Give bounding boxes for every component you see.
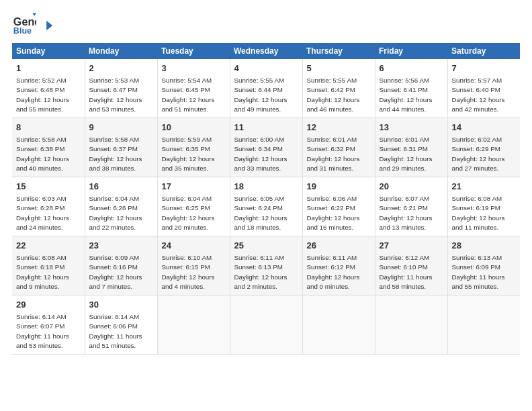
day-number: 15 bbox=[16, 181, 81, 193]
day-info: Sunrise: 5:54 AM Sunset: 6:45 PM Dayligh… bbox=[162, 76, 226, 114]
day-number: 6 bbox=[380, 62, 443, 75]
day-number: 4 bbox=[234, 62, 298, 75]
calendar-cell bbox=[157, 295, 230, 355]
day-info: Sunrise: 5:58 AM Sunset: 6:38 PM Dayligh… bbox=[16, 135, 81, 173]
day-info: Sunrise: 6:01 AM Sunset: 6:32 PM Dayligh… bbox=[307, 135, 371, 173]
day-info: Sunrise: 6:07 AM Sunset: 6:21 PM Dayligh… bbox=[380, 194, 443, 232]
calendar-cell: 17Sunrise: 6:04 AM Sunset: 6:25 PM Dayli… bbox=[157, 177, 230, 236]
calendar-cell bbox=[375, 295, 447, 355]
day-info: Sunrise: 5:56 AM Sunset: 6:41 PM Dayligh… bbox=[380, 76, 443, 114]
day-number: 16 bbox=[89, 181, 153, 193]
page-header: General Blue bbox=[12, 12, 520, 36]
day-info: Sunrise: 6:11 AM Sunset: 6:12 PM Dayligh… bbox=[307, 253, 371, 291]
day-number: 30 bbox=[89, 299, 153, 311]
day-number: 7 bbox=[452, 62, 517, 75]
col-header-sunday: Sunday bbox=[12, 43, 85, 59]
day-info: Sunrise: 6:12 AM Sunset: 6:10 PM Dayligh… bbox=[380, 253, 443, 291]
day-info: Sunrise: 6:09 AM Sunset: 6:16 PM Dayligh… bbox=[89, 253, 153, 291]
calendar-cell: 2Sunrise: 5:53 AM Sunset: 6:47 PM Daylig… bbox=[85, 59, 157, 118]
calendar-cell: 26Sunrise: 6:11 AM Sunset: 6:12 PM Dayli… bbox=[302, 236, 375, 295]
day-info: Sunrise: 6:04 AM Sunset: 6:26 PM Dayligh… bbox=[89, 194, 153, 232]
day-info: Sunrise: 6:14 AM Sunset: 6:07 PM Dayligh… bbox=[16, 312, 81, 351]
day-info: Sunrise: 5:58 AM Sunset: 6:37 PM Dayligh… bbox=[89, 135, 153, 173]
calendar-cell: 12Sunrise: 6:01 AM Sunset: 6:32 PM Dayli… bbox=[302, 118, 375, 177]
day-info: Sunrise: 6:06 AM Sunset: 6:22 PM Dayligh… bbox=[307, 194, 371, 232]
calendar-cell: 4Sunrise: 5:55 AM Sunset: 6:44 PM Daylig… bbox=[230, 59, 302, 118]
col-header-monday: Monday bbox=[85, 43, 157, 59]
day-number: 3 bbox=[162, 62, 226, 75]
calendar-cell: 28Sunrise: 6:13 AM Sunset: 6:09 PM Dayli… bbox=[447, 236, 520, 295]
day-info: Sunrise: 5:55 AM Sunset: 6:44 PM Dayligh… bbox=[234, 76, 298, 114]
day-number: 18 bbox=[234, 181, 298, 193]
day-info: Sunrise: 6:03 AM Sunset: 6:28 PM Dayligh… bbox=[16, 194, 81, 232]
day-number: 22 bbox=[16, 240, 81, 252]
calendar-cell: 1Sunrise: 5:52 AM Sunset: 6:48 PM Daylig… bbox=[12, 59, 85, 118]
day-number: 11 bbox=[234, 122, 298, 134]
day-number: 5 bbox=[307, 62, 371, 75]
day-number: 2 bbox=[89, 62, 153, 75]
calendar-cell bbox=[302, 295, 375, 355]
day-number: 26 bbox=[307, 240, 371, 252]
day-number: 27 bbox=[380, 240, 443, 252]
day-number: 28 bbox=[452, 240, 517, 252]
day-info: Sunrise: 6:14 AM Sunset: 6:06 PM Dayligh… bbox=[89, 312, 153, 351]
day-info: Sunrise: 5:59 AM Sunset: 6:35 PM Dayligh… bbox=[162, 135, 226, 173]
day-number: 14 bbox=[452, 122, 517, 134]
day-info: Sunrise: 6:13 AM Sunset: 6:09 PM Dayligh… bbox=[452, 253, 517, 291]
calendar-cell: 11Sunrise: 6:00 AM Sunset: 6:34 PM Dayli… bbox=[230, 118, 302, 177]
day-info: Sunrise: 6:05 AM Sunset: 6:24 PM Dayligh… bbox=[234, 194, 298, 232]
calendar-container: General Blue SundayMondayTuesdayWednesda… bbox=[0, 0, 532, 361]
calendar-cell: 5Sunrise: 5:55 AM Sunset: 6:42 PM Daylig… bbox=[302, 59, 375, 118]
day-number: 25 bbox=[234, 240, 298, 252]
day-number: 20 bbox=[380, 181, 443, 193]
calendar-cell: 9Sunrise: 5:58 AM Sunset: 6:37 PM Daylig… bbox=[85, 118, 157, 177]
day-number: 19 bbox=[307, 181, 371, 193]
day-number: 9 bbox=[89, 122, 153, 134]
calendar-cell bbox=[447, 295, 520, 355]
calendar-cell bbox=[230, 295, 302, 355]
day-number: 1 bbox=[16, 62, 81, 75]
calendar-cell: 15Sunrise: 6:03 AM Sunset: 6:28 PM Dayli… bbox=[12, 177, 85, 236]
day-info: Sunrise: 5:57 AM Sunset: 6:40 PM Dayligh… bbox=[452, 76, 517, 114]
calendar-cell: 20Sunrise: 6:07 AM Sunset: 6:21 PM Dayli… bbox=[375, 177, 447, 236]
day-number: 24 bbox=[162, 240, 226, 252]
calendar-cell: 14Sunrise: 6:02 AM Sunset: 6:29 PM Dayli… bbox=[447, 118, 520, 177]
calendar-table: SundayMondayTuesdayWednesdayThursdayFrid… bbox=[12, 43, 520, 355]
calendar-cell: 19Sunrise: 6:06 AM Sunset: 6:22 PM Dayli… bbox=[302, 177, 375, 236]
calendar-cell: 27Sunrise: 6:12 AM Sunset: 6:10 PM Dayli… bbox=[375, 236, 447, 295]
day-number: 8 bbox=[16, 122, 81, 134]
day-number: 13 bbox=[380, 122, 443, 134]
day-info: Sunrise: 6:02 AM Sunset: 6:29 PM Dayligh… bbox=[452, 135, 517, 173]
calendar-cell: 30Sunrise: 6:14 AM Sunset: 6:06 PM Dayli… bbox=[85, 295, 157, 355]
calendar-cell: 22Sunrise: 6:08 AM Sunset: 6:18 PM Dayli… bbox=[12, 236, 85, 295]
calendar-cell: 8Sunrise: 5:58 AM Sunset: 6:38 PM Daylig… bbox=[12, 118, 85, 177]
logo-arrow-icon bbox=[42, 19, 54, 32]
calendar-cell: 18Sunrise: 6:05 AM Sunset: 6:24 PM Dayli… bbox=[230, 177, 302, 236]
calendar-cell: 13Sunrise: 6:01 AM Sunset: 6:31 PM Dayli… bbox=[375, 118, 447, 177]
day-number: 21 bbox=[452, 181, 517, 193]
day-info: Sunrise: 6:10 AM Sunset: 6:15 PM Dayligh… bbox=[162, 253, 226, 291]
col-header-saturday: Saturday bbox=[447, 43, 520, 59]
calendar-cell: 10Sunrise: 5:59 AM Sunset: 6:35 PM Dayli… bbox=[157, 118, 230, 177]
logo-icon: General Blue bbox=[12, 12, 36, 36]
day-info: Sunrise: 5:52 AM Sunset: 6:48 PM Dayligh… bbox=[16, 76, 81, 114]
col-header-thursday: Thursday bbox=[302, 43, 375, 59]
day-number: 12 bbox=[307, 122, 371, 134]
calendar-cell: 3Sunrise: 5:54 AM Sunset: 6:45 PM Daylig… bbox=[157, 59, 230, 118]
calendar-cell: 24Sunrise: 6:10 AM Sunset: 6:15 PM Dayli… bbox=[157, 236, 230, 295]
day-number: 23 bbox=[89, 240, 153, 252]
day-number: 17 bbox=[162, 181, 226, 193]
day-info: Sunrise: 6:04 AM Sunset: 6:25 PM Dayligh… bbox=[162, 194, 226, 232]
calendar-cell: 23Sunrise: 6:09 AM Sunset: 6:16 PM Dayli… bbox=[85, 236, 157, 295]
day-info: Sunrise: 6:08 AM Sunset: 6:19 PM Dayligh… bbox=[452, 194, 517, 232]
calendar-cell: 25Sunrise: 6:11 AM Sunset: 6:13 PM Dayli… bbox=[230, 236, 302, 295]
col-header-friday: Friday bbox=[375, 43, 447, 59]
svg-text:General: General bbox=[13, 15, 36, 28]
calendar-header: SundayMondayTuesdayWednesdayThursdayFrid… bbox=[12, 43, 520, 59]
day-info: Sunrise: 6:11 AM Sunset: 6:13 PM Dayligh… bbox=[234, 253, 298, 291]
logo: General Blue bbox=[12, 12, 54, 36]
day-info: Sunrise: 6:00 AM Sunset: 6:34 PM Dayligh… bbox=[234, 135, 298, 173]
calendar-cell: 7Sunrise: 5:57 AM Sunset: 6:40 PM Daylig… bbox=[447, 59, 520, 118]
svg-text:Blue: Blue bbox=[13, 26, 32, 36]
calendar-cell: 6Sunrise: 5:56 AM Sunset: 6:41 PM Daylig… bbox=[375, 59, 447, 118]
